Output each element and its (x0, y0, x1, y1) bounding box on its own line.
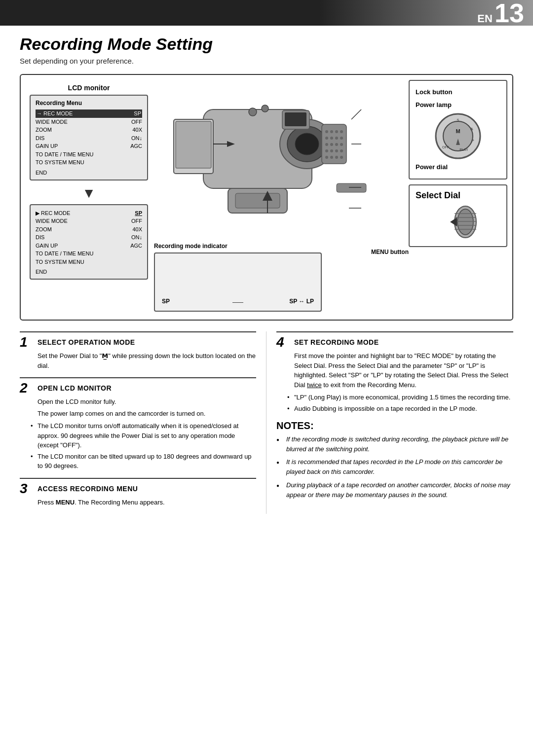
svg-point-23 (335, 149, 338, 152)
svg-point-24 (340, 149, 343, 152)
step-3-header: 3 ACCESS RECORDING MENU (20, 478, 256, 496)
header-bar: EN 13 (0, 0, 533, 26)
steps-section: 1 SELECT OPERATION MODE Set the Power Di… (20, 331, 513, 514)
svg-point-32 (262, 105, 268, 112)
note-2: It is recommended that tapes recorded in… (276, 457, 513, 477)
menu-row-datetime-b: TO DATE / TIME MENU (36, 250, 142, 258)
svg-point-14 (330, 137, 333, 140)
step-3-number: 3 (20, 482, 34, 496)
step-4-bullet-2: Audio Dubbing is impossible on a tape re… (276, 404, 513, 414)
step-4-bullet-1: "LP" (Long Play) is more economical, pro… (276, 393, 513, 402)
svg-point-28 (340, 156, 343, 159)
select-dial-title: Select Dial (416, 190, 500, 201)
page-number-area: EN 13 (477, 0, 524, 26)
lcd-monitor-label: LCD monitor (30, 84, 148, 92)
menu-end-bottom: END (36, 269, 142, 275)
svg-point-26 (330, 156, 333, 159)
menu-row-system: TO SYSTEM MENU (36, 158, 142, 167)
step-2: 2 OPEN LCD MONITOR Open the LCD monitor … (20, 377, 256, 471)
svg-point-22 (330, 149, 333, 152)
step-2-body: Open the LCD monitor fully. The power la… (20, 397, 256, 418)
svg-point-18 (330, 143, 333, 146)
menu-row-system-b: TO SYSTEM MENU (36, 258, 142, 266)
svg-rect-33 (337, 183, 366, 192)
menu-row-widemode-b: WIDE MODEOFF (36, 217, 142, 225)
sp-lp-label: SP ↔ LP (289, 298, 314, 305)
step-1-title: SELECT OPERATION MODE (38, 335, 135, 346)
step-4-header: 4 SET RECORDING MODE (276, 331, 513, 349)
step-2-bullet-2: The LCD monitor can be tilted upward up … (20, 452, 256, 471)
menu-row-widemode: WIDE MODEOFF (36, 118, 142, 126)
svg-rect-7 (235, 193, 280, 208)
steps-right: 4 SET RECORDING MODE First move the poin… (266, 331, 513, 514)
svg-text:M: M (456, 128, 460, 134)
right-panel: Lock button Power lamp M S A P PLAY OFF (409, 80, 507, 247)
lock-power-box: Lock button Power lamp M S A P PLAY OFF (409, 80, 507, 180)
step-3-title: ACCESS RECORDING MENU (38, 482, 138, 493)
menu-row-recmode-top: → REC MODE SP (36, 109, 142, 118)
lock-button-label: Lock button (416, 86, 500, 99)
svg-point-25 (325, 156, 328, 159)
svg-line-36 (351, 109, 361, 119)
svg-point-20 (340, 143, 343, 146)
svg-text:P: P (471, 139, 474, 143)
lcd-menu-bottom: ▶ REC MODE SP WIDE MODEOFF ZOOM40X DISON… (30, 204, 148, 280)
diagram-box: LCD monitor Recording Menu → REC MODE SP… (20, 74, 513, 321)
menu-row-recmode-bottom: ▶ REC MODE SP (36, 209, 142, 217)
recording-mode-indicator-section: Recording mode indicator SP —— SP ↔ LP (154, 243, 322, 312)
svg-point-12 (340, 130, 343, 133)
svg-point-27 (335, 156, 338, 159)
svg-text:S: S (457, 118, 459, 122)
step-2-bullet-1: The LCD monitor turns on/off automatical… (20, 421, 256, 450)
svg-text:A: A (470, 127, 473, 131)
sp-arrow: —— (232, 299, 243, 305)
steps-left: 1 SELECT OPERATION MODE Set the Power Di… (20, 331, 266, 514)
select-dial-box: Select Dial (409, 184, 507, 247)
menu-row-gainup: GAIN UPAGC (36, 142, 142, 150)
step-2-header: 2 OPEN LCD MONITOR (20, 377, 256, 395)
step-1-number: 1 (20, 335, 34, 349)
power-dial-label: Power dial (416, 161, 500, 174)
step-1-body: Set the Power Dial to "M̲" while pressin… (20, 351, 256, 370)
power-lamp-label: Power lamp (416, 99, 500, 111)
recording-mode-indicator-label: Recording mode indicator (154, 243, 322, 250)
menu-row-dis-b: DISON↓ (36, 233, 142, 242)
lcd-menu-top: Recording Menu → REC MODE SP WIDE MODEOF… (30, 95, 148, 180)
svg-point-50 (457, 209, 473, 235)
menu-button-label: MENU button (371, 249, 409, 255)
lcd-section: LCD monitor Recording Menu → REC MODE SP… (30, 84, 148, 280)
notes-section: NOTES: If the recording mode is switched… (276, 420, 513, 500)
svg-rect-30 (176, 121, 211, 168)
step-2-number: 2 (20, 381, 34, 395)
svg-point-21 (325, 149, 328, 152)
main-content: Recording Mode Setting Set depending on … (0, 26, 533, 529)
svg-point-10 (330, 130, 333, 133)
svg-point-16 (340, 137, 343, 140)
svg-point-15 (335, 137, 338, 140)
note-1: If the recording mode is switched during… (276, 434, 513, 454)
step-4-title: SET RECORDING MODE (294, 335, 379, 346)
camcorder-image (154, 80, 381, 248)
step-4-body: First move the pointer and highlight bar… (276, 351, 513, 390)
step-1-header: 1 SELECT OPERATION MODE (20, 331, 256, 349)
note-3: During playback of a tape recorded on an… (276, 480, 513, 500)
svg-point-13 (325, 137, 328, 140)
power-dial-svg: M S A P PLAY OFF (433, 111, 483, 161)
svg-point-11 (335, 130, 338, 133)
notes-title: NOTES: (276, 420, 513, 432)
menu-end-top: END (36, 170, 142, 176)
step-4-number: 4 (276, 335, 290, 349)
svg-rect-5 (285, 112, 306, 126)
recording-mode-indicator-box: SP —— SP ↔ LP (154, 252, 322, 312)
step-4: 4 SET RECORDING MODE First move the poin… (276, 331, 513, 413)
svg-point-9 (325, 130, 328, 133)
menu-row-zoom-b: ZOOM40X (36, 225, 142, 234)
menu-row-datetime: TO DATE / TIME MENU (36, 150, 142, 159)
menu-row-value: SP (134, 109, 141, 118)
select-dial-icon-svg (438, 205, 478, 239)
svg-text:PLAY: PLAY (459, 148, 468, 151)
page-subtitle: Set depending on your preference. (20, 57, 513, 65)
svg-point-19 (335, 143, 338, 146)
svg-point-31 (249, 108, 257, 116)
en-label: EN (477, 12, 493, 25)
